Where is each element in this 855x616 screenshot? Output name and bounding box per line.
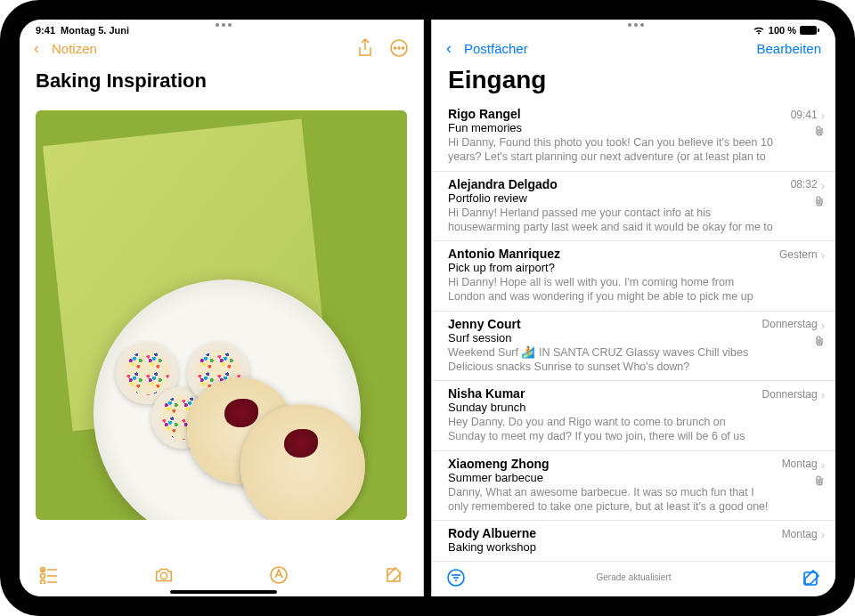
attachment-icon <box>816 475 825 488</box>
mail-time: 09:41 <box>791 109 818 121</box>
svg-point-12 <box>160 572 167 579</box>
svg-point-4 <box>398 47 400 49</box>
chevron-right-icon: › <box>821 107 825 122</box>
chevron-right-icon: › <box>821 317 825 332</box>
mail-item[interactable]: Jenny CourtSurf sessionWeekend Surf 🏄 IN… <box>432 312 835 382</box>
chevron-right-icon: › <box>821 247 825 262</box>
svg-point-5 <box>403 47 404 49</box>
note-body[interactable] <box>20 101 423 557</box>
camera-icon[interactable] <box>154 565 174 585</box>
mail-time: Montag <box>782 458 818 470</box>
checklist-icon[interactable] <box>39 565 59 585</box>
chevron-left-icon: ‹ <box>446 39 452 58</box>
attachment-icon <box>816 336 825 348</box>
mail-item[interactable]: Rody AlbuerneBaking workshopMontag› <box>432 521 835 561</box>
more-icon[interactable] <box>389 38 409 58</box>
mail-time: Donnerstag <box>762 318 818 330</box>
mail-list[interactable]: Rigo RangelFun memoriesHi Danny, Found t… <box>432 101 835 561</box>
mail-preview: Hey Danny, Do you and Rigo want to come … <box>448 415 755 444</box>
back-label: Notizen <box>52 41 97 56</box>
svg-point-3 <box>395 47 396 49</box>
mail-item[interactable]: Antonio ManriquezPick up from airport?Hi… <box>432 241 835 312</box>
markup-icon[interactable] <box>269 565 289 585</box>
mail-subject: Sunday brunch <box>448 401 755 414</box>
mail-sender: Nisha Kumar <box>448 386 525 401</box>
battery-percent: 100 % <box>769 25 796 36</box>
mail-sender: Alejandra Delgado <box>448 177 558 191</box>
mail-preview: Hi Danny! Herland passed me your contact… <box>448 206 784 235</box>
mail-preview: Weekend Surf 🏄 IN SANTA CRUZ Glassy wave… <box>448 345 755 375</box>
mail-preview: Hi Danny, Found this photo you took! Can… <box>448 135 784 165</box>
mail-preview: Danny, What an awesome barbecue. It was … <box>448 485 775 515</box>
mail-sender: Antonio Manriquez <box>448 247 560 261</box>
chevron-left-icon: ‹ <box>34 39 39 58</box>
svg-rect-1 <box>818 28 819 32</box>
status-time: 9:41 <box>36 25 55 36</box>
note-attached-image[interactable] <box>36 110 407 520</box>
mail-back-button[interactable]: ‹ Postfächer <box>446 39 528 58</box>
mail-item[interactable]: Xiaomeng ZhongSummer barbecueDanny, What… <box>432 451 835 522</box>
mail-preview: Hi Danny! Hope all is well with you. I'm… <box>448 275 772 304</box>
mailbox-title: Eingang <box>432 62 835 101</box>
share-icon[interactable] <box>355 38 375 58</box>
attachment-icon <box>816 126 825 138</box>
mail-time: Montag <box>782 528 818 540</box>
mail-sender: Jenny Court <box>448 317 521 331</box>
back-label: Postfächer <box>464 41 528 56</box>
split-view-divider[interactable] <box>423 20 432 596</box>
home-indicator[interactable] <box>170 590 277 594</box>
mail-subject: Portfolio review <box>448 191 784 205</box>
mail-subject: Fun memories <box>448 121 784 134</box>
status-bar: 9:41 Montag 5. Juni 100 % <box>20 20 835 37</box>
mail-time: Gestern <box>779 248 818 261</box>
notes-back-button[interactable]: ‹ Notizen <box>34 39 97 58</box>
edit-button[interactable]: Bearbeiten <box>756 41 821 56</box>
chevron-right-icon: › <box>821 386 825 401</box>
mail-item[interactable]: Nisha KumarSunday brunchHey Danny, Do yo… <box>432 381 835 451</box>
chevron-right-icon: › <box>821 457 825 472</box>
mail-subject: Summer barbecue <box>448 471 775 484</box>
compose-icon[interactable] <box>384 565 403 585</box>
mail-pane: ‹ Postfächer Bearbeiten Eingang Rigo Ran… <box>432 20 835 596</box>
mail-sender: Rody Albuerne <box>448 526 536 540</box>
mail-subject: Surf session <box>448 331 755 344</box>
mail-subject: Baking workshop <box>448 540 775 554</box>
svg-rect-0 <box>800 26 817 35</box>
mail-time: 08:32 <box>791 178 818 190</box>
mail-sender: Xiaomeng Zhong <box>448 457 550 471</box>
sync-status: Gerade aktualisiert <box>597 572 672 582</box>
mail-item[interactable]: Rigo RangelFun memoriesHi Danny, Found t… <box>432 101 835 172</box>
chevron-right-icon: › <box>821 526 825 541</box>
compose-mail-icon[interactable] <box>802 568 821 588</box>
chevron-right-icon: › <box>821 177 825 192</box>
svg-point-8 <box>41 574 45 579</box>
mail-subject: Pick up from airport? <box>448 261 772 274</box>
notes-pane: ‹ Notizen Baking Inspiration <box>20 20 423 596</box>
mail-time: Donnerstag <box>762 388 818 401</box>
filter-icon[interactable] <box>446 568 466 588</box>
wifi-icon <box>753 26 765 35</box>
note-title[interactable]: Baking Inspiration <box>20 62 423 101</box>
status-date: Montag 5. Juni <box>61 25 129 36</box>
svg-point-10 <box>41 580 45 585</box>
mail-item[interactable]: Alejandra DelgadoPortfolio reviewHi Dann… <box>432 172 835 242</box>
battery-icon <box>800 26 819 35</box>
mail-sender: Rigo Rangel <box>448 107 521 121</box>
attachment-icon <box>816 196 825 208</box>
